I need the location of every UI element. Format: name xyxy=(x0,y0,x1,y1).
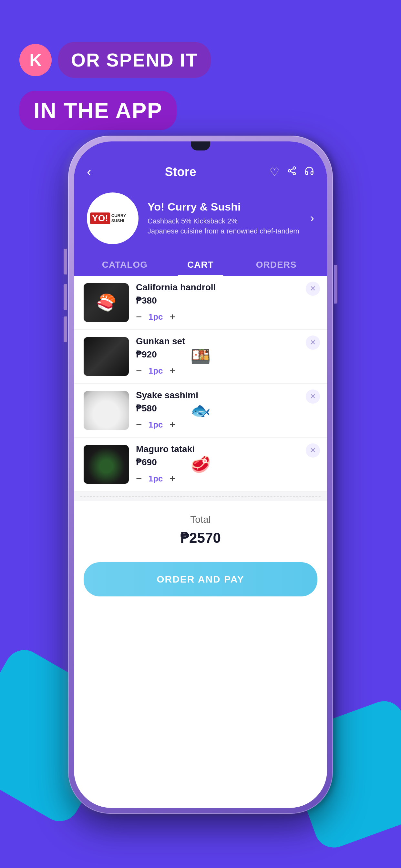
cart-item: Gunkan set ₱920 − 1pc + ✕ xyxy=(74,330,327,383)
order-btn-wrap: ORDER AND PAY xyxy=(74,556,327,616)
qty-decrease-2[interactable]: − xyxy=(136,365,142,377)
item-qty-4: − 1pc + xyxy=(136,473,317,485)
item-price-3: ₱580 xyxy=(136,403,317,414)
qty-value-2: 1pc xyxy=(149,366,163,376)
back-button[interactable]: ‹ xyxy=(87,164,91,180)
share-icon[interactable] xyxy=(287,166,297,178)
receipt-line xyxy=(81,496,320,497)
svg-line-4 xyxy=(290,168,294,170)
cart-item: Syake sashimi ₱580 − 1pc + ✕ xyxy=(74,383,327,438)
item-remove-2[interactable]: ✕ xyxy=(306,336,320,350)
spend-badge-row: K OR SPEND IT xyxy=(19,42,211,78)
store-chevron[interactable]: › xyxy=(310,212,314,225)
phone-screen: ‹ Store ♡ xyxy=(74,142,327,808)
item-qty-3: − 1pc + xyxy=(136,419,317,431)
store-cashback: Cashback 5% Kicksback 2% Japanese cuisin… xyxy=(148,216,301,237)
qty-value-4: 1pc xyxy=(149,474,163,484)
svg-point-1 xyxy=(288,169,291,172)
cart-content: California handroll ₱380 − 1pc + ✕ xyxy=(74,276,327,616)
store-title: Store xyxy=(165,165,196,179)
item-image-3 xyxy=(84,391,129,430)
cart-items: California handroll ₱380 − 1pc + ✕ xyxy=(74,276,327,492)
item-image-1 xyxy=(84,283,129,322)
svg-point-2 xyxy=(293,173,296,175)
item-price-2: ₱920 xyxy=(136,349,317,360)
headset-icon[interactable] xyxy=(305,166,314,178)
item-qty-1: − 1pc + xyxy=(136,311,317,323)
app-label: IN THE APP xyxy=(34,98,162,123)
phone-wrapper: ‹ Store ♡ xyxy=(68,135,333,814)
tab-orders[interactable]: ORDERS xyxy=(238,254,314,276)
item-details-4: Maguro tataki ₱690 − 1pc + xyxy=(136,444,317,485)
k-circle: K xyxy=(19,44,52,76)
nav-bar: ‹ Store ♡ xyxy=(87,158,314,186)
svg-point-0 xyxy=(293,166,296,169)
item-image-2 xyxy=(84,337,129,376)
tabs: CATALOG CART ORDERS xyxy=(87,254,314,276)
qty-increase-2[interactable]: + xyxy=(169,365,176,377)
item-price-4: ₱690 xyxy=(136,457,317,468)
spend-label: OR SPEND IT xyxy=(71,50,198,70)
qty-increase-4[interactable]: + xyxy=(169,473,176,485)
heart-icon[interactable]: ♡ xyxy=(270,165,279,178)
phone-outer: ‹ Store ♡ xyxy=(68,135,333,814)
curry-sushi-text: CURRYSUSHI xyxy=(112,213,126,223)
item-remove-3[interactable]: ✕ xyxy=(306,390,320,404)
item-name-4: Maguro tataki xyxy=(136,444,317,454)
app-badge: IN THE APP xyxy=(19,91,177,130)
item-details-3: Syake sashimi ₱580 − 1pc + xyxy=(136,390,317,431)
top-section: K OR SPEND IT IN THE APP xyxy=(19,42,211,130)
cart-item: California handroll ₱380 − 1pc + ✕ xyxy=(74,276,327,330)
app-header: ‹ Store ♡ xyxy=(74,142,327,276)
item-remove-1[interactable]: ✕ xyxy=(306,282,320,296)
store-info: YO! CURRYSUSHI Yo! Curry & Sushi Cashbac… xyxy=(87,186,314,254)
item-details-2: Gunkan set ₱920 − 1pc + xyxy=(136,336,317,377)
qty-value-1: 1pc xyxy=(149,312,163,322)
svg-line-3 xyxy=(290,171,294,173)
item-image-4 xyxy=(84,445,129,484)
notch xyxy=(191,142,210,151)
nav-icons: ♡ xyxy=(270,165,314,178)
tab-cart[interactable]: CART xyxy=(163,254,239,276)
item-price-1: ₱380 xyxy=(136,295,317,306)
yo-box: YO! xyxy=(90,213,110,224)
order-pay-button[interactable]: ORDER AND PAY xyxy=(84,562,317,596)
store-logo-inner: YO! CURRYSUSHI xyxy=(90,204,135,233)
item-name-3: Syake sashimi xyxy=(136,390,317,400)
qty-increase-1[interactable]: + xyxy=(169,311,176,323)
spend-badge: OR SPEND IT xyxy=(58,42,211,78)
store-details: Yo! Curry & Sushi Cashback 5% Kicksback … xyxy=(148,200,301,237)
receipt-divider xyxy=(74,492,327,501)
store-name: Yo! Curry & Sushi xyxy=(148,200,301,213)
total-amount: ₱2570 xyxy=(84,530,317,546)
qty-increase-3[interactable]: + xyxy=(169,419,176,431)
item-remove-4[interactable]: ✕ xyxy=(306,443,320,458)
item-name-2: Gunkan set xyxy=(136,336,317,346)
qty-decrease-3[interactable]: − xyxy=(136,419,142,431)
store-logo: YO! CURRYSUSHI xyxy=(87,192,138,244)
item-qty-2: − 1pc + xyxy=(136,365,317,377)
tab-catalog[interactable]: CATALOG xyxy=(87,254,163,276)
yo-text: YO! xyxy=(92,214,108,223)
total-label: Total xyxy=(84,514,317,525)
cart-item: Maguro tataki ₱690 − 1pc + ✕ xyxy=(74,438,327,492)
qty-decrease-1[interactable]: − xyxy=(136,311,142,323)
item-name-1: California handroll xyxy=(136,282,317,292)
qty-value-3: 1pc xyxy=(149,420,163,430)
qty-decrease-4[interactable]: − xyxy=(136,473,142,485)
item-details-1: California handroll ₱380 − 1pc + xyxy=(136,282,317,323)
total-section: Total ₱2570 xyxy=(74,501,327,556)
